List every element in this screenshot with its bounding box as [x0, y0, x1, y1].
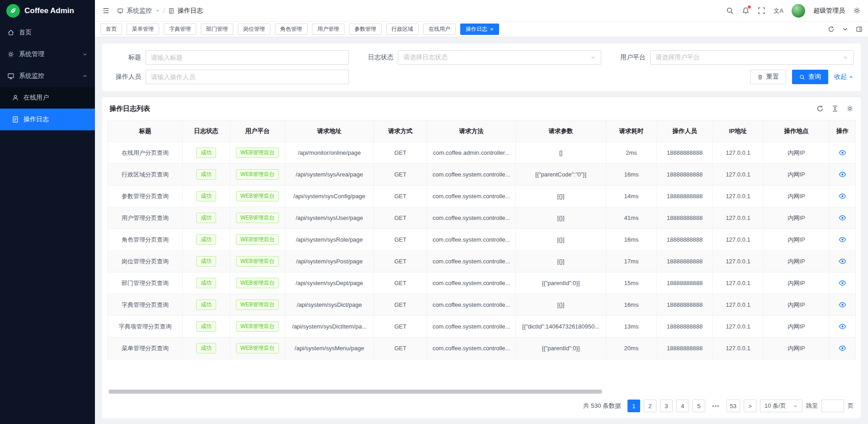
column-header: 日志状态 [183, 120, 230, 142]
title-input[interactable] [151, 54, 344, 61]
cell-method: GET [374, 186, 427, 207]
file-icon [12, 116, 19, 123]
notification-badge-dot [748, 5, 751, 9]
view-detail-eye-icon[interactable] [839, 171, 846, 178]
tab-在线用户[interactable]: 在线用户 [423, 24, 456, 35]
tab-字典管理[interactable]: 字典管理 [164, 24, 196, 35]
avatar[interactable] [792, 4, 805, 18]
tab-参数管理[interactable]: 参数管理 [349, 24, 382, 35]
operator-input[interactable] [151, 73, 344, 81]
tab-角色管理[interactable]: 角色管理 [275, 24, 307, 35]
view-detail-eye-icon[interactable] [839, 279, 846, 287]
main-area: 系统监控 / 操作日志 文A [95, 0, 868, 424]
sidebar-menu: 首页系统管理系统监控在线用户操作日志 [0, 22, 95, 130]
column-header: 用户平台 [230, 120, 285, 142]
sidebar-item-系统监控[interactable]: 系统监控 [0, 65, 95, 87]
tab-label: 行政区域 [392, 25, 413, 33]
chevron-down-icon [590, 55, 596, 60]
refresh-icon[interactable] [816, 105, 824, 112]
column-height-icon[interactable] [831, 105, 839, 112]
view-detail-eye-icon[interactable] [839, 236, 846, 243]
cell-action [830, 142, 856, 164]
page-button-3[interactable]: 3 [660, 400, 673, 412]
view-detail-eye-icon[interactable] [839, 301, 846, 309]
cell-status: 成功 [183, 338, 230, 359]
page-button-5[interactable]: 5 [693, 400, 705, 412]
view-detail-eye-icon[interactable] [839, 257, 846, 265]
view-detail-eye-icon[interactable] [839, 344, 846, 352]
page-button-2[interactable]: 2 [644, 400, 656, 412]
search-icon[interactable] [726, 7, 734, 14]
collapse-filter-link[interactable]: 收起 [834, 73, 854, 81]
tab-菜单管理[interactable]: 菜单管理 [127, 24, 159, 35]
next-page-button[interactable]: > [744, 400, 756, 412]
jump-page-input[interactable] [821, 400, 844, 412]
user-name[interactable]: 超级管理员 [813, 7, 845, 15]
tab-岗位管理[interactable]: 岗位管理 [238, 24, 270, 35]
cell-platform: WEB管理后台 [230, 186, 285, 207]
platform-tag: WEB管理后台 [236, 300, 279, 310]
sidebar-item-label: 首页 [19, 29, 32, 37]
view-detail-eye-icon[interactable] [839, 214, 846, 222]
platform-tag: WEB管理后台 [236, 256, 279, 267]
view-detail-eye-icon[interactable] [839, 149, 846, 157]
sidebar-item-操作日志[interactable]: 操作日志 [0, 109, 95, 130]
tab-首页[interactable]: 首页 [100, 24, 122, 35]
cell-ip: 127.0.0.1 [713, 251, 764, 272]
fullscreen-icon[interactable] [758, 7, 765, 14]
coffee-logo-icon [6, 4, 20, 18]
scrollbar-thumb[interactable] [108, 390, 602, 394]
jump-label: 跳至 [806, 402, 818, 410]
status-tag: 成功 [196, 256, 216, 267]
view-detail-eye-icon[interactable] [839, 192, 846, 200]
cell-title: 参数管理分页查询 [108, 186, 183, 207]
monitor-icon [117, 8, 123, 14]
close-tab-icon[interactable]: × [490, 26, 494, 32]
tab-用户管理[interactable]: 用户管理 [312, 24, 344, 35]
cell-platform: WEB管理后台 [230, 294, 285, 316]
collapse-sidebar-icon[interactable] [102, 7, 110, 14]
cell-method: GET [374, 294, 427, 316]
sidebar-item-首页[interactable]: 首页 [0, 22, 95, 43]
chevron-up-icon [849, 75, 854, 80]
log-status-select[interactable]: 请选择日志状态 [398, 50, 601, 65]
table-settings-gear-icon[interactable] [846, 105, 854, 112]
tabs-dropdown-icon[interactable] [842, 26, 849, 33]
user-platform-select[interactable]: 请选择用户平台 [650, 50, 854, 65]
page-button-53[interactable]: 53 [726, 400, 740, 412]
operation-log-table: 标题日志状态用户平台请求地址请求方式请求方法请求参数请求耗时操作人员IP地址操作… [108, 120, 856, 359]
chevron-down-icon [793, 404, 798, 409]
breadcrumb-parent[interactable]: 系统监控 [127, 7, 152, 15]
panel-header: 操作日志列表 [108, 97, 855, 120]
cell-params: [{"dictId":140647326180950... [516, 316, 606, 338]
tab-操作日志[interactable]: 操作日志× [460, 24, 499, 35]
tab-部门管理[interactable]: 部门管理 [201, 24, 233, 35]
column-header: 标题 [108, 120, 183, 142]
sidebar-item-在线用户[interactable]: 在线用户 [0, 87, 95, 109]
page-button-4[interactable]: 4 [676, 400, 689, 412]
page-size-select[interactable]: 10 条/页 [760, 400, 802, 412]
refresh-tabs-icon[interactable] [828, 26, 835, 33]
page-button-1[interactable]: 1 [627, 400, 640, 412]
view-detail-eye-icon[interactable] [839, 323, 846, 330]
select-placeholder: 请选择日志状态 [403, 53, 590, 62]
field-label: 操作人员 [109, 73, 146, 81]
cell-action [830, 316, 856, 338]
field-label: 日志状态 [362, 53, 398, 62]
notifications-button[interactable] [742, 7, 750, 14]
cell-params: [{}] [516, 294, 606, 316]
sidebar-item-系统管理[interactable]: 系统管理 [0, 43, 95, 65]
platform-tag: WEB管理后台 [236, 191, 279, 201]
status-tag: 成功 [196, 300, 216, 310]
reset-button[interactable]: 重置 [750, 70, 786, 84]
settings-gear-icon[interactable] [853, 7, 861, 14]
layout-panel-icon[interactable] [856, 26, 863, 33]
table-row: 岗位管理分页查询成功WEB管理后台/api/system/sysPost/pag… [108, 251, 856, 272]
platform-tag: WEB管理后台 [236, 321, 279, 332]
translate-icon[interactable]: 文A [774, 7, 783, 14]
tab-label: 字典管理 [169, 25, 191, 33]
tab-行政区域[interactable]: 行政区域 [386, 24, 419, 35]
cell-status: 成功 [183, 229, 230, 251]
search-button[interactable]: 查询 [792, 70, 828, 84]
breadcrumb-current: 操作日志 [178, 7, 203, 15]
